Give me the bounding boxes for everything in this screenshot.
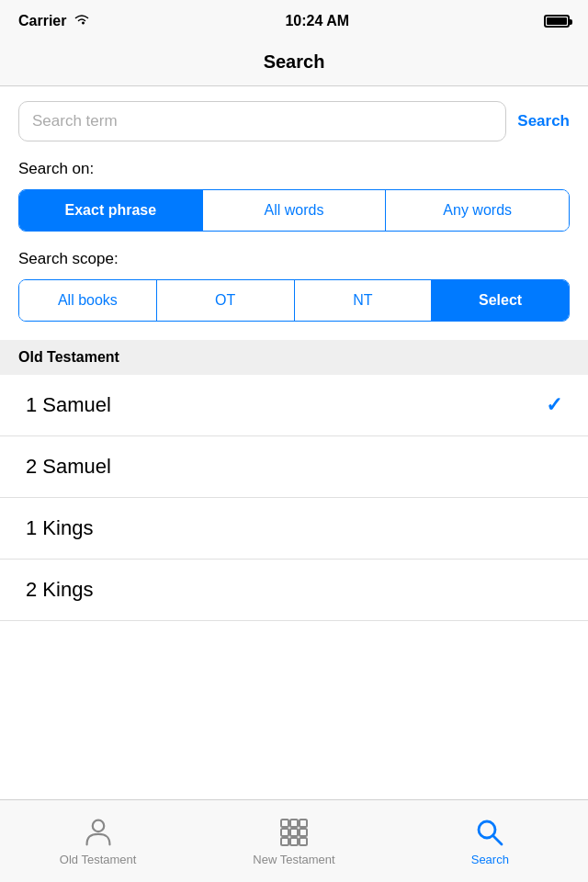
checkmark-icon: ✓	[546, 393, 562, 417]
book-list: 1 Samuel ✓ 2 Samuel 1 Kings 2 Kings	[0, 375, 588, 621]
search-input[interactable]	[18, 101, 506, 141]
tab-nt-label: New Testament	[253, 853, 334, 866]
grid-icon	[277, 816, 311, 849]
svg-point-0	[92, 820, 103, 831]
segment-nt[interactable]: NT	[295, 280, 433, 321]
person-icon	[82, 816, 115, 849]
book-name: 1 Samuel	[26, 393, 111, 417]
search-inline-button[interactable]: Search	[517, 112, 570, 130]
tab-search[interactable]: Search	[392, 800, 588, 882]
main-content: Search Search on: Exact phrase All words…	[0, 86, 588, 636]
nav-header: Search	[0, 40, 588, 86]
search-on-label: Search on:	[18, 160, 570, 178]
book-list-section-header: Old Testament	[0, 340, 588, 375]
book-item-1-kings[interactable]: 1 Kings	[0, 498, 588, 560]
svg-rect-2	[290, 820, 298, 827]
segment-all-words[interactable]: All words	[203, 190, 387, 231]
status-carrier: Carrier	[18, 13, 90, 29]
svg-rect-8	[290, 838, 298, 845]
book-item-2-kings[interactable]: 2 Kings	[0, 560, 588, 621]
page-title: Search	[264, 51, 325, 72]
svg-rect-1	[281, 820, 288, 827]
status-time: 10:24 AM	[285, 13, 349, 29]
carrier-text: Carrier	[18, 13, 66, 29]
search-mag-icon	[473, 816, 506, 849]
wifi-icon	[74, 13, 90, 29]
svg-rect-7	[281, 838, 288, 845]
book-name: 2 Samuel	[26, 455, 111, 479]
tab-new-testament[interactable]: New Testament	[196, 800, 391, 882]
book-item-2-samuel[interactable]: 2 Samuel	[0, 436, 588, 498]
book-item-1-samuel[interactable]: 1 Samuel ✓	[0, 375, 588, 436]
svg-line-11	[493, 836, 503, 845]
search-row: Search	[18, 101, 570, 141]
svg-rect-3	[300, 820, 307, 827]
tab-ot-label: Old Testament	[60, 853, 137, 866]
search-scope-segment: All books OT NT Select	[18, 279, 570, 322]
battery-icon	[544, 15, 570, 28]
search-on-segment: Exact phrase All words Any words	[18, 189, 570, 232]
segment-ot[interactable]: OT	[157, 280, 295, 321]
segment-select[interactable]: Select	[432, 280, 569, 321]
svg-rect-5	[290, 829, 298, 836]
segment-all-books[interactable]: All books	[19, 280, 157, 321]
svg-rect-6	[300, 829, 307, 836]
tab-search-label: Search	[471, 853, 509, 866]
svg-rect-4	[281, 829, 288, 836]
book-name: 1 Kings	[26, 516, 93, 540]
status-battery	[544, 15, 570, 28]
search-scope-label: Search scope:	[18, 250, 570, 268]
status-bar: Carrier 10:24 AM	[0, 0, 588, 40]
tab-old-testament[interactable]: Old Testament	[0, 800, 196, 882]
segment-any-words[interactable]: Any words	[386, 190, 569, 231]
segment-exact-phrase[interactable]: Exact phrase	[19, 190, 203, 231]
svg-rect-9	[300, 838, 307, 845]
tab-bar: Old Testament New Testament Sea	[0, 799, 588, 882]
book-name: 2 Kings	[26, 578, 93, 602]
